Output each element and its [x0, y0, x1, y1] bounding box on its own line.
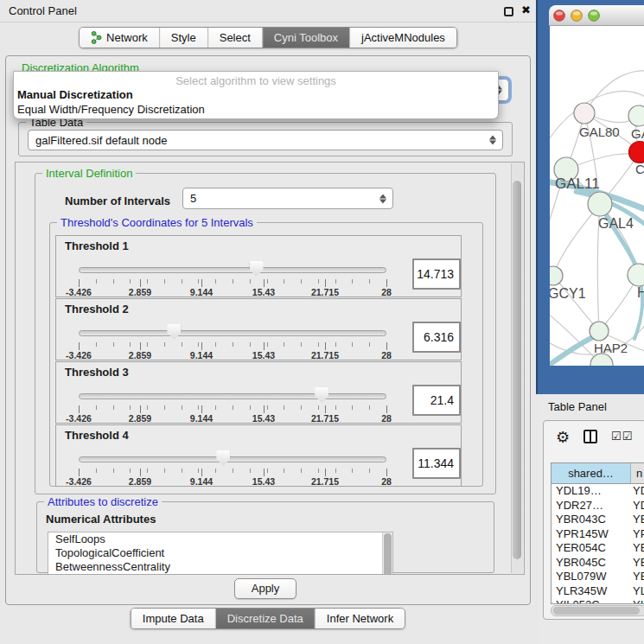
close-icon[interactable]: ✖	[521, 3, 531, 16]
network-icon	[91, 31, 102, 44]
slider-scale: -3.426 2.859 9.144 15.43 21.715 28	[79, 350, 387, 360]
threshold-label: Threshold 4	[65, 429, 129, 442]
table-row[interactable]: YLR345WYLR3	[552, 584, 644, 599]
scrollbar-thumb[interactable]	[384, 533, 392, 575]
interval-definition-title: Interval Definition	[42, 167, 136, 180]
slider-scale: -3.426 2.859 9.144 15.43 21.715 28	[79, 287, 387, 297]
thresholds-group: Threshold's Coordinates for 5 Intervals …	[49, 222, 483, 487]
slider-major-ticks	[79, 279, 388, 287]
tab-network[interactable]: Network	[80, 28, 159, 48]
threshold-value-field[interactable]	[412, 258, 461, 290]
node-label: H	[637, 285, 644, 300]
list-item[interactable]: TopologicalCoefficient	[48, 546, 392, 560]
slider-thumb[interactable]	[315, 387, 328, 403]
attributes-group: Attributes to discretize Numerical Attri…	[36, 501, 494, 573]
tab-discretize-data[interactable]: Discretize Data	[215, 609, 315, 628]
scrollbar-thumb[interactable]	[513, 181, 521, 559]
table-row[interactable]: YPR145WYPR1	[552, 527, 644, 542]
table-panel: ⚙ ☑☑ shared… n YDL19…YDL1 YDR27…YDR2 YBR…	[543, 420, 644, 620]
table-data-value: galFiltered.sif default node	[35, 134, 167, 147]
tab-select[interactable]: Select	[207, 28, 262, 48]
threshold-slider[interactable]: -3.426 2.859 9.144 15.43 21.715 28	[79, 448, 387, 486]
combo-stepper-icon	[379, 194, 386, 203]
node-h[interactable]	[628, 264, 644, 286]
slider-thumb[interactable]	[167, 324, 181, 340]
slider-scale: -3.426 2.859 9.144 15.43 21.715 28	[79, 413, 387, 424]
table-row[interactable]: YBL079WYBL0	[552, 570, 644, 584]
threshold-value-field[interactable]	[412, 448, 461, 479]
number-of-intervals-combobox[interactable]: 5	[182, 188, 393, 209]
cyni-toolbox-panel: Discretization Algorithm Select algorith…	[5, 55, 531, 605]
threshold-panel-4: Threshold 4 -3.426 2.859 9.144	[55, 424, 462, 487]
node-gcy1[interactable]	[550, 266, 563, 285]
table-row[interactable]: YDL19…YDL1	[552, 484, 644, 499]
node-hap2[interactable]	[590, 322, 609, 341]
table-row[interactable]: YER054CYER0	[552, 541, 644, 556]
network-desktop: GAL80 GA C GAL11 GAL4 GCY1 H HAP2	[536, 0, 644, 394]
slider-thumb[interactable]	[216, 450, 230, 466]
float-window-icon[interactable]	[504, 7, 513, 16]
node-gal4[interactable]	[588, 192, 612, 216]
tab-cyni-toolbox[interactable]: Cyni Toolbox	[262, 28, 349, 48]
threshold-value-field[interactable]	[412, 322, 461, 353]
panel-scrollbar[interactable]	[511, 163, 523, 573]
list-item[interactable]: SelfLoops	[48, 532, 392, 546]
list-scrollbar[interactable]	[382, 532, 392, 575]
table-row[interactable]: YDR27…YDR2	[552, 499, 644, 513]
table-row[interactable]: YBR045CYBR0	[552, 556, 644, 571]
tab-infer-network[interactable]: Infer Network	[315, 609, 405, 628]
table-panel-title: Table Panel	[548, 400, 607, 413]
split-columns-icon[interactable]	[583, 430, 597, 443]
select-columns-icon[interactable]: ☑☑	[611, 430, 633, 443]
node-table: shared… n YDL19…YDL1 YDR27…YDR2 YBR043CY…	[551, 462, 644, 604]
network-canvas[interactable]: GAL80 GA C GAL11 GAL4 GCY1 H HAP2	[550, 26, 644, 366]
slider-scale: -3.426 2.859 9.144 15.43 21.715 28	[79, 476, 387, 487]
control-panel-titlebar: Control Panel ✖	[0, 0, 536, 22]
threshold-value-field[interactable]	[412, 385, 461, 416]
slider-major-ticks	[79, 469, 388, 476]
scrollbar-thumb[interactable]	[553, 607, 640, 615]
node-gal80[interactable]	[574, 103, 595, 124]
threshold-slider[interactable]: -3.426 2.859 9.144 15.43 21.715 28	[79, 385, 387, 423]
node-label: C	[635, 162, 644, 176]
window-traffic-lights	[549, 5, 609, 26]
node-label: GAL80	[579, 124, 620, 139]
numerical-attributes-label: Numerical Attributes	[46, 513, 156, 526]
attributes-list: SelfLoops TopologicalCoefficient Between…	[48, 532, 393, 575]
table-header-row: shared… n	[552, 463, 644, 484]
tab-impute-data[interactable]: Impute Data	[131, 609, 215, 628]
control-panel-window: Control Panel ✖ Network Style Select Cyn…	[0, 0, 536, 644]
column-header-shared[interactable]: shared…	[552, 463, 631, 483]
dropdown-option-manual[interactable]: Manual Discretization	[14, 87, 498, 102]
tab-jactivemnodules[interactable]: jActiveMNodules	[349, 28, 456, 48]
interval-definition-group: Interval Definition Number of Intervals …	[35, 173, 496, 494]
table-horizontal-scrollbar[interactable]	[551, 605, 644, 616]
dropdown-option-equal-width[interactable]: Equal Width/Frequency Discretization	[14, 102, 498, 117]
list-item[interactable]: BetweennessCentrality	[48, 560, 392, 574]
settings-gear-icon[interactable]: ⚙	[556, 428, 570, 447]
threshold-slider[interactable]: -3.426 2.859 9.144 15.43 21.715 28	[79, 258, 387, 296]
table-row[interactable]: YIL052CYIL0	[552, 598, 644, 604]
node-label: GA	[631, 126, 644, 141]
table-row[interactable]: YBR043CYBR0	[552, 513, 644, 527]
tab-style[interactable]: Style	[159, 28, 207, 48]
table-data-combobox[interactable]: galFiltered.sif default node	[28, 130, 503, 150]
bottom-tab-bar: Impute Data Discretize Data Infer Networ…	[131, 608, 405, 629]
slider-track[interactable]	[79, 456, 386, 462]
apply-button[interactable]: Apply	[234, 578, 296, 599]
slider-track[interactable]	[79, 330, 386, 336]
settings-scrollpane: Interval Definition Number of Intervals …	[15, 162, 525, 575]
slider-track[interactable]	[79, 267, 386, 273]
node-label: GCY1	[550, 286, 586, 301]
network-window-titlebar[interactable]	[549, 5, 644, 26]
number-of-intervals-label: Number of Intervals	[65, 194, 170, 207]
column-header-name[interactable]: n	[631, 463, 644, 483]
threshold-slider[interactable]: -3.426 2.859 9.144 15.43 21.715 28	[79, 322, 387, 360]
algorithm-dropdown-popup: Select algorithm to view settings Manual…	[13, 71, 499, 119]
slider-track[interactable]	[79, 393, 386, 399]
threshold-panel-2: Threshold 2 -3.426 2.859 9.144	[55, 298, 462, 360]
threshold-label: Threshold 2	[65, 303, 129, 316]
slider-thumb[interactable]	[250, 261, 264, 277]
node-bottom[interactable]	[590, 354, 613, 366]
node-ga[interactable]	[628, 105, 644, 126]
